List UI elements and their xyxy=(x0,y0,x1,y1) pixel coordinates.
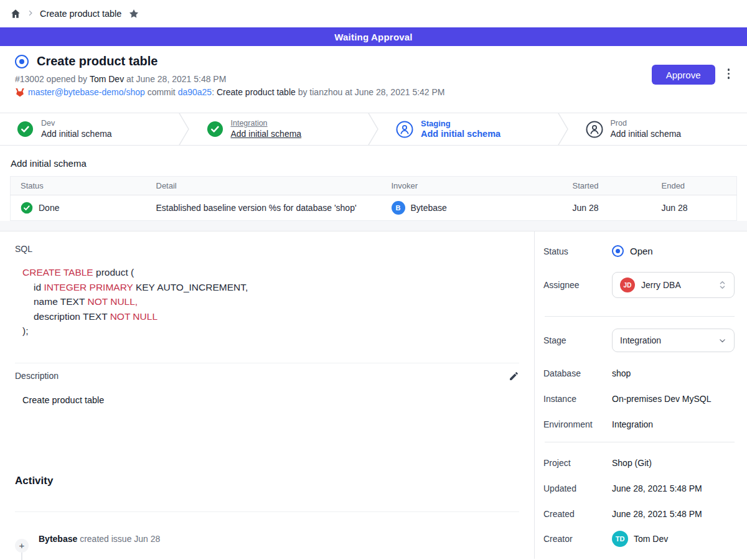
stage-select[interactable]: Integration xyxy=(612,329,735,352)
sidebar-divider xyxy=(545,442,735,442)
instance-value: On-premises Dev MySQL xyxy=(612,394,711,404)
issue-sidebar: Status Open Assignee JD Jerry DBA Stage … xyxy=(534,231,747,559)
task-status: Done xyxy=(39,203,59,213)
invoker-avatar: B xyxy=(392,201,405,215)
breadcrumb-page-title[interactable]: Create product table xyxy=(40,9,121,19)
activity-actor: Bytebase xyxy=(39,534,77,544)
environment-value: Integration xyxy=(612,419,653,429)
description-content: Create product table xyxy=(22,395,519,405)
status-value: Open xyxy=(630,246,653,256)
check-circle-icon xyxy=(21,202,33,214)
git-branch-link[interactable]: master@bytebase-demo/shop xyxy=(28,87,145,97)
stage-env-label: Integration xyxy=(231,119,302,128)
assignee-select[interactable]: JD Jerry DBA xyxy=(612,272,735,298)
git-commit-suffix: by tianzhou at June 28, 2021 5:42 PM xyxy=(296,87,445,97)
star-icon[interactable] xyxy=(128,8,139,19)
git-commit-message: Create product table xyxy=(217,87,296,97)
task-detail: Established baseline version %s for data… xyxy=(146,195,382,221)
created-label: Created xyxy=(543,509,612,519)
pipeline-stage-prod[interactable]: Prod Add initial schema xyxy=(569,113,747,145)
stage-task-label: Add initial schema xyxy=(231,128,302,139)
status-label: Status xyxy=(543,246,612,256)
stage-separator-icon xyxy=(368,113,379,145)
pipeline-stage-dev[interactable]: Dev Add initial schema xyxy=(0,113,179,145)
pipeline-stage-staging[interactable]: Staging Add initial schema xyxy=(379,113,558,145)
sql-keyword: INTEGER PRIMARY xyxy=(44,282,133,292)
environment-label: Environment xyxy=(543,419,612,429)
stage-task-label: Add initial schema xyxy=(41,128,112,139)
sidebar-divider xyxy=(545,316,735,317)
git-colon: : xyxy=(212,87,217,97)
git-commit-word: commit xyxy=(145,87,178,97)
git-commit-hash-link[interactable]: da90a25 xyxy=(178,87,212,97)
pipeline-stage-integration[interactable]: Integration Add initial schema xyxy=(190,113,369,145)
breadcrumb: Create product table xyxy=(0,0,747,27)
description-divider xyxy=(15,363,519,363)
activity-item: + Bytebase created issue Jun 28 xyxy=(15,526,519,560)
plus-icon: + xyxy=(15,539,29,553)
updated-label: Updated xyxy=(543,483,612,493)
created-value: June 28, 2021 5:48 PM xyxy=(612,509,702,519)
database-value: shop xyxy=(612,368,631,378)
task-ended: Jun 28 xyxy=(652,195,737,221)
issue-header-actions: Approve xyxy=(652,65,732,113)
stage-value: Integration xyxy=(620,335,661,345)
stage-env-label: Dev xyxy=(41,119,112,128)
sql-text: name TEXT xyxy=(34,296,87,307)
issue-header: Create product table #13002 opened by To… xyxy=(0,46,747,113)
table-row: Done Established baseline version %s for… xyxy=(11,195,737,221)
git-commit-line: master@bytebase-demo/shop commit da90a25… xyxy=(15,87,445,99)
status-banner-text: Waiting Approval xyxy=(334,32,412,42)
issue-meta: #13002 opened by Tom Dev at June 28, 202… xyxy=(15,74,445,84)
sql-text: description TEXT xyxy=(34,311,110,322)
project-value: Shop (Git) xyxy=(612,458,652,468)
chevron-down-icon xyxy=(718,337,726,345)
database-label: Database xyxy=(543,368,612,378)
assignee-avatar: JD xyxy=(620,278,635,292)
creator-value: Tom Dev xyxy=(634,534,668,544)
issue-open-icon xyxy=(15,55,29,68)
stage-separator-icon xyxy=(558,113,569,145)
sql-keyword: NOT NULL xyxy=(110,311,157,322)
task-section-title: Add initial schema xyxy=(11,158,737,169)
page-title: Create product table xyxy=(37,54,157,68)
creator-label: Creator xyxy=(543,534,612,544)
gitlab-icon xyxy=(15,89,25,99)
stage-env-label: Prod xyxy=(611,119,682,128)
sql-text: ); xyxy=(22,325,28,336)
section-divider-strip xyxy=(0,221,747,231)
col-header-detail: Detail xyxy=(146,177,382,195)
task-table: Status Detail Invoker Started Ended Done… xyxy=(10,176,737,221)
pipeline-stage-bar: Dev Add initial schema Integration Add i… xyxy=(0,113,747,146)
col-header-started: Started xyxy=(563,177,652,195)
approve-button[interactable]: Approve xyxy=(652,65,715,85)
sql-text: id xyxy=(34,282,44,292)
updated-value: June 28, 2021 5:48 PM xyxy=(612,483,702,493)
check-circle-icon xyxy=(17,121,34,138)
activity-heading: Activity xyxy=(15,475,519,487)
home-icon[interactable] xyxy=(10,8,21,19)
assignee-value: Jerry DBA xyxy=(641,280,681,290)
sql-text: product ( xyxy=(93,267,134,278)
sql-code-block: CREATE TABLE product ( id INTEGER PRIMAR… xyxy=(22,265,519,338)
issue-header-left: Create product table #13002 opened by To… xyxy=(15,54,445,113)
project-label: Project xyxy=(543,458,612,468)
updown-chevrons-icon xyxy=(718,280,726,290)
edit-pencil-icon[interactable] xyxy=(509,371,519,381)
sql-keyword: NOT NULL, xyxy=(87,296,138,307)
more-actions-icon[interactable] xyxy=(725,65,733,83)
stage-task-label: Add initial schema xyxy=(611,128,682,139)
stage-label: Stage xyxy=(543,335,612,345)
stage-env-label: Staging xyxy=(421,119,500,128)
sql-text: KEY AUTO_INCREMENT, xyxy=(133,282,248,292)
task-invoker: Bytebase xyxy=(411,203,447,213)
person-circle-icon xyxy=(396,121,413,138)
sql-keyword: CREATE TABLE xyxy=(22,267,93,278)
assignee-label: Assignee xyxy=(543,280,612,290)
creator-avatar: TD xyxy=(612,531,628,547)
description-label: Description xyxy=(15,371,59,381)
activity-divider xyxy=(15,511,519,512)
stage-task-label: Add initial schema xyxy=(421,128,500,139)
sql-section-label: SQL xyxy=(15,244,519,254)
task-started: Jun 28 xyxy=(563,195,652,221)
